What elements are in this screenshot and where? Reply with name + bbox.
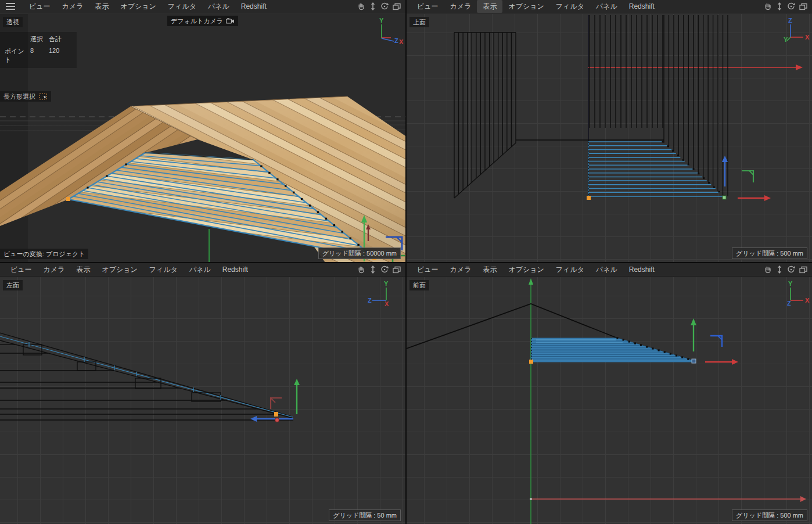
svg-text:Z: Z xyxy=(788,17,792,24)
rotate-view-icon[interactable] xyxy=(787,265,795,274)
viewport-perspective: ビュー カメラ 表示 オプション フィルタ パネル Redshift xyxy=(0,0,405,262)
menubar-left: ビュー カメラ 表示 オプション フィルタ パネル Redshift xyxy=(0,263,405,277)
stats-points-total: 120 xyxy=(49,47,71,64)
stats-points-selected: 8 xyxy=(30,47,49,64)
selected-edges[interactable] xyxy=(587,141,726,200)
menubar-perspective: ビュー カメラ 表示 オプション フィルタ パネル Redshift xyxy=(0,0,405,13)
menu-filter[interactable]: フィルタ xyxy=(550,263,590,276)
menu-options[interactable]: オプション xyxy=(114,0,161,13)
menu-display[interactable]: 表示 xyxy=(70,263,96,276)
pan-hand-icon[interactable] xyxy=(764,2,772,10)
view-transform-chip: ビューの変換: プロジェクト xyxy=(0,249,88,259)
wireframe-diagonals xyxy=(0,333,293,418)
pan-hand-icon[interactable] xyxy=(357,2,365,10)
menu-display[interactable]: 表示 xyxy=(477,0,502,13)
wireframe-left-slope xyxy=(454,33,516,198)
stats-row-label: ポイント xyxy=(5,47,30,64)
maximize-viewport-icon[interactable] xyxy=(393,3,401,10)
svg-text:Z: Z xyxy=(368,297,372,304)
axis-gizmo-left: Y Z X xyxy=(368,279,404,306)
menu-display[interactable]: 表示 xyxy=(477,263,502,276)
dolly-zoom-icon[interactable] xyxy=(776,2,783,10)
viewport-top: ビュー カメラ 表示 オプション フィルタ パネル Redshift xyxy=(407,0,812,262)
end-point-handle[interactable] xyxy=(723,196,726,199)
maximize-viewport-icon[interactable] xyxy=(393,266,401,274)
svg-text:Z: Z xyxy=(787,300,791,306)
perspective-canvas[interactable]: 透視 デフォルトカメラ 選択 合計 ポイント 8 120 長方形選択 ビューの変… xyxy=(0,14,405,262)
grid-spacing-chip: グリッド間隔 : 50 mm xyxy=(329,509,401,521)
transform-gizmo[interactable] xyxy=(722,156,771,201)
viewport-label: 透視 xyxy=(3,17,23,27)
svg-text:X: X xyxy=(385,300,389,306)
selected-edges[interactable] xyxy=(529,337,696,364)
svg-text:X: X xyxy=(805,34,810,41)
dolly-zoom-icon[interactable] xyxy=(776,265,783,274)
menu-panel[interactable]: パネル xyxy=(590,0,623,13)
maximize-viewport-icon[interactable] xyxy=(799,266,807,274)
menubar-front: ビュー カメラ 表示 オプション フィルタ パネル Redshift xyxy=(407,263,812,277)
svg-text:X: X xyxy=(805,297,810,304)
maximize-viewport-icon[interactable] xyxy=(799,3,807,10)
wireframe-right-slope xyxy=(590,15,663,128)
selected-point[interactable] xyxy=(529,360,533,364)
left-canvas[interactable]: 左面 グリッド間隔 : 50 mm Y Z X xyxy=(0,277,405,524)
menu-camera[interactable]: カメラ xyxy=(56,0,89,13)
menu-display[interactable]: 表示 xyxy=(89,0,114,13)
menu-options[interactable]: オプション xyxy=(96,263,143,276)
selection-stats: 選択 合計 ポイント 8 120 xyxy=(0,32,77,68)
hamburger-menu-icon[interactable] xyxy=(6,3,15,10)
dolly-zoom-icon[interactable] xyxy=(369,2,376,10)
selected-point[interactable] xyxy=(587,196,591,200)
viewport-label: 前面 xyxy=(409,280,429,290)
viewport-grid: ビュー カメラ 表示 オプション フィルタ パネル Redshift xyxy=(0,0,812,524)
menubar-top: ビュー カメラ 表示 オプション フィルタ パネル Redshift xyxy=(407,0,812,13)
pan-hand-icon[interactable] xyxy=(764,265,772,274)
menu-panel[interactable]: パネル xyxy=(590,263,623,276)
selected-point[interactable] xyxy=(66,197,70,201)
active-tool-label: 長方形選択 xyxy=(3,92,35,101)
svg-text:X: X xyxy=(399,38,404,44)
menu-view[interactable]: ビュー xyxy=(23,0,56,13)
dolly-zoom-icon[interactable] xyxy=(369,265,376,274)
menu-filter[interactable]: フィルタ xyxy=(162,0,202,13)
rotate-view-icon[interactable] xyxy=(380,265,389,274)
axis-line-x xyxy=(588,64,803,70)
menu-filter[interactable]: フィルタ xyxy=(550,0,590,13)
camera-icon xyxy=(226,18,235,24)
menu-redshift[interactable]: Redshift xyxy=(623,0,660,13)
svg-text:Y: Y xyxy=(784,36,788,43)
menu-view[interactable]: ビュー xyxy=(411,263,444,276)
pan-hand-icon[interactable] xyxy=(357,265,365,274)
axis-line-x xyxy=(530,496,806,502)
camera-name: デフォルトカメラ xyxy=(171,17,223,25)
axis-line-y xyxy=(529,278,533,524)
menu-redshift[interactable]: Redshift xyxy=(235,0,272,13)
menu-view[interactable]: ビュー xyxy=(411,0,444,13)
wireframe-horizontals xyxy=(0,344,293,420)
front-canvas[interactable]: 前面 グリッド間隔 : 500 mm Y Z X xyxy=(407,277,812,524)
menu-redshift[interactable]: Redshift xyxy=(623,263,660,276)
svg-text:Y: Y xyxy=(788,280,793,287)
top-canvas[interactable]: 上面 グリッド間隔 : 500 mm Z Y X xyxy=(407,14,812,262)
menu-view[interactable]: ビュー xyxy=(5,263,38,276)
menu-panel[interactable]: パネル xyxy=(202,0,235,13)
menu-camera[interactable]: カメラ xyxy=(38,263,71,276)
menu-options[interactable]: オプション xyxy=(502,263,549,276)
viewport-label: 左面 xyxy=(3,280,23,290)
viewport-label: 上面 xyxy=(409,17,429,27)
transform-gizmo[interactable] xyxy=(691,318,738,365)
rotate-view-icon[interactable] xyxy=(787,2,795,10)
rotate-view-icon[interactable] xyxy=(380,2,389,10)
active-tool-chip: 長方形選択 xyxy=(0,91,51,102)
menu-panel[interactable]: パネル xyxy=(184,263,217,276)
axis-gizmo-top: Z Y X xyxy=(782,16,810,43)
axis-gizmo-perspective: Y Z X xyxy=(373,16,404,44)
viewport-left: ビュー カメラ 表示 オプション フィルタ パネル Redshift xyxy=(0,263,405,524)
menu-camera[interactable]: カメラ xyxy=(444,263,477,276)
camera-name-chip[interactable]: デフォルトカメラ xyxy=(167,16,238,26)
menu-options[interactable]: オプション xyxy=(502,0,549,13)
menu-filter[interactable]: フィルタ xyxy=(143,263,184,276)
menu-redshift[interactable]: Redshift xyxy=(217,263,254,276)
end-point-handle[interactable] xyxy=(692,359,696,363)
menu-camera[interactable]: カメラ xyxy=(444,0,477,13)
